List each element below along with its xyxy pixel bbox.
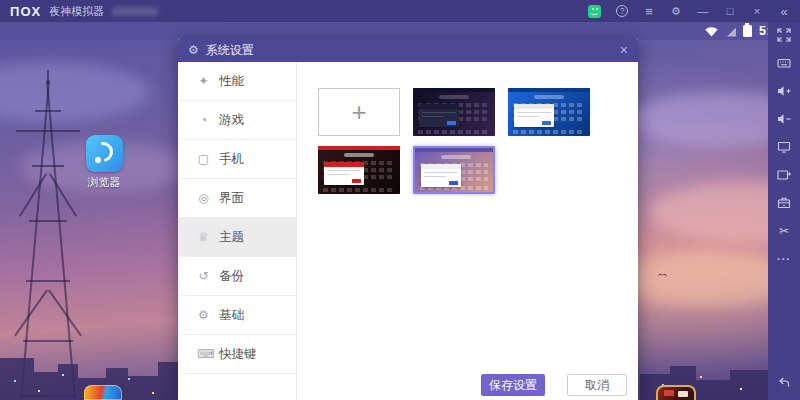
- settings-sidebar: ✦ 性能 ◔ 游戏 ▢ 手机 ◎ 界面 ♕ 主题: [178, 62, 297, 400]
- window-titlebar: ΠOX 夜神模拟器 ? ≡ ⚙ — □ × «: [0, 0, 800, 22]
- dialog-close-icon[interactable]: ×: [620, 43, 628, 57]
- volume-up-icon[interactable]: [776, 83, 792, 99]
- desktop-app-browser[interactable]: 浏览器: [80, 135, 128, 190]
- game-app-icon-fire-ice[interactable]: [84, 385, 122, 400]
- battery-icon: [743, 25, 752, 37]
- sidebar-label: 性能: [219, 73, 244, 90]
- more-tools-icon[interactable]: ···: [776, 251, 792, 267]
- fullscreen-icon[interactable]: [776, 27, 792, 43]
- volume-down-icon[interactable]: [776, 111, 792, 127]
- browser-app-icon: [86, 135, 123, 172]
- theme-thumbnail-red[interactable]: [318, 146, 400, 194]
- browser-app-label: 浏览器: [80, 175, 128, 190]
- menu-icon[interactable]: ≡: [643, 5, 655, 18]
- sidebar-label: 备份: [219, 268, 244, 285]
- nox-logo: ΠOX: [10, 4, 41, 19]
- scissors-cut-icon[interactable]: ✂: [776, 223, 792, 239]
- save-settings-button[interactable]: 保存设置: [481, 374, 545, 396]
- sidebar-item-shortcuts[interactable]: ⌨ 快捷键: [178, 335, 296, 374]
- sidebar-item-phone[interactable]: ▢ 手机: [178, 140, 296, 179]
- close-icon[interactable]: ×: [751, 6, 763, 17]
- sidebar-item-game[interactable]: ◔ 游戏: [178, 101, 296, 140]
- settings-gear-icon[interactable]: ⚙: [670, 6, 682, 17]
- sidebar-label: 手机: [219, 151, 244, 168]
- performance-icon: ✦: [197, 74, 210, 88]
- no-signal-icon: [725, 26, 736, 37]
- theme-thumbnail-blue[interactable]: [508, 88, 590, 136]
- dialog-titlebar: ⚙ 系统设置 ×: [178, 38, 638, 62]
- sidebar-label: 界面: [219, 190, 244, 207]
- theme-panel: +: [297, 62, 638, 400]
- sidebar-label: 游戏: [219, 112, 244, 129]
- install-apk-icon[interactable]: [776, 195, 792, 211]
- theme-thumbnail-purple-selected[interactable]: [413, 146, 495, 194]
- add-theme-button[interactable]: +: [318, 88, 400, 136]
- shortcuts-icon: ⌨: [197, 347, 210, 361]
- maximize-icon[interactable]: □: [724, 6, 736, 17]
- game-icon: ◔: [197, 113, 210, 127]
- sidebar-item-performance[interactable]: ✦ 性能: [178, 62, 296, 101]
- collapse-sidebar-icon[interactable]: «: [778, 5, 790, 18]
- game-app-icon-gold[interactable]: [656, 385, 696, 400]
- cancel-button[interactable]: 取消: [567, 374, 627, 396]
- theme-thumbnail-dark[interactable]: [413, 88, 495, 136]
- phone-icon: ▢: [197, 152, 210, 166]
- sidebar-item-theme[interactable]: ♕ 主题: [178, 218, 296, 257]
- sidebar-label: 主题: [219, 229, 244, 246]
- sidebar-label: 快捷键: [219, 346, 257, 363]
- sidebar-item-basic[interactable]: ⚙ 基础: [178, 296, 296, 335]
- dialog-gear-icon: ⚙: [188, 43, 199, 57]
- sidebar-item-backup[interactable]: ↺ 备份: [178, 257, 296, 296]
- app-store-icon[interactable]: [588, 5, 601, 18]
- bird-silhouette: [658, 274, 667, 279]
- screen-record-icon[interactable]: [776, 167, 792, 183]
- nox-emulator-window: ΠOX 夜神模拟器 ? ≡ ⚙ — □ × « 5:28: [0, 0, 800, 400]
- interface-icon: ◎: [197, 191, 210, 205]
- system-settings-dialog: ⚙ 系统设置 × ✦ 性能 ◔ 游戏 ▢ 手机 ◎ 界面: [178, 38, 638, 400]
- blurred-text: [112, 7, 158, 16]
- sidebar-item-interface[interactable]: ◎ 界面: [178, 179, 296, 218]
- sidebar-label: 基础: [219, 307, 244, 324]
- basic-icon: ⚙: [197, 308, 210, 322]
- screenshot-icon[interactable]: [776, 139, 792, 155]
- virtual-keyboard-icon[interactable]: [776, 55, 792, 71]
- theme-icon: ♕: [197, 230, 210, 244]
- window-title: 夜神模拟器: [49, 4, 104, 19]
- help-icon[interactable]: ?: [616, 5, 628, 17]
- theme-thumbnails: +: [318, 88, 618, 194]
- wifi-icon: [705, 26, 718, 37]
- dialog-title: 系统设置: [206, 42, 254, 59]
- backup-icon: ↺: [197, 269, 210, 283]
- android-back-icon[interactable]: [776, 374, 792, 390]
- minimize-icon[interactable]: —: [697, 6, 709, 17]
- emulator-toolbar: ✂ ···: [768, 22, 800, 400]
